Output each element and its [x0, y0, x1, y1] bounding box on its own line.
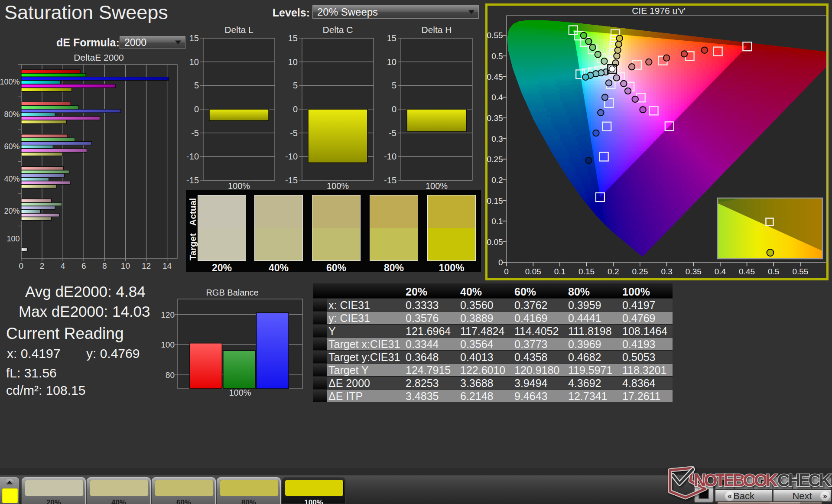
- svg-text:0: 0: [194, 104, 199, 114]
- svg-text:RGB Balance: RGB Balance: [206, 288, 258, 297]
- svg-text:0.3: 0.3: [491, 134, 503, 143]
- svg-text:0: 0: [293, 104, 298, 114]
- svg-text:0.3: 0.3: [661, 267, 672, 276]
- svg-text:0.55: 0.55: [792, 267, 808, 276]
- svg-text:6: 6: [81, 261, 86, 270]
- svg-text:0.5: 0.5: [491, 52, 503, 61]
- svg-text:0.15: 0.15: [578, 267, 595, 276]
- svg-text:CIE 1976 u'v': CIE 1976 u'v': [632, 6, 686, 16]
- svg-text:15: 15: [387, 33, 396, 43]
- svg-text:12: 12: [142, 261, 151, 270]
- svg-text:0.55: 0.55: [487, 31, 503, 40]
- svg-text:Delta L: Delta L: [224, 25, 254, 35]
- svg-text:0: 0: [504, 267, 509, 276]
- svg-text:60%: 60%: [4, 142, 20, 151]
- svg-text:80%: 80%: [4, 110, 20, 119]
- svg-text:5: 5: [293, 81, 298, 90]
- svg-text:0.35: 0.35: [487, 114, 503, 123]
- svg-text:-5: -5: [290, 128, 298, 138]
- svg-text:0: 0: [392, 104, 396, 114]
- svg-text:0.5: 0.5: [768, 267, 779, 276]
- svg-text:10: 10: [288, 57, 298, 67]
- svg-text:0: 0: [19, 261, 24, 270]
- svg-text:10: 10: [387, 57, 396, 67]
- svg-text:-15: -15: [384, 176, 396, 185]
- svg-text:0.05: 0.05: [487, 237, 503, 247]
- svg-text:0.15: 0.15: [487, 196, 503, 205]
- svg-text:Delta C: Delta C: [322, 25, 353, 35]
- svg-text:5: 5: [392, 81, 396, 90]
- svg-text:-10: -10: [186, 152, 199, 161]
- svg-text:20%: 20%: [4, 207, 20, 215]
- svg-text:10: 10: [121, 261, 130, 270]
- svg-text:15: 15: [189, 33, 199, 43]
- svg-text:100%: 100%: [327, 181, 349, 191]
- svg-text:10: 10: [189, 57, 199, 67]
- svg-text:5: 5: [194, 81, 199, 90]
- svg-text:0.45: 0.45: [739, 267, 755, 276]
- svg-text:-15: -15: [285, 176, 298, 185]
- svg-text:0.25: 0.25: [632, 267, 648, 276]
- svg-text:0.35: 0.35: [686, 267, 702, 276]
- svg-text:0.1: 0.1: [491, 217, 503, 226]
- svg-text:0.45: 0.45: [487, 72, 503, 81]
- svg-text:0.1: 0.1: [554, 267, 566, 276]
- svg-text:-5: -5: [389, 128, 396, 138]
- svg-text:0: 0: [498, 258, 503, 267]
- svg-text:-5: -5: [191, 128, 199, 138]
- svg-text:Delta H: Delta H: [421, 25, 452, 35]
- svg-text:15: 15: [288, 33, 298, 43]
- svg-text:100%: 100%: [229, 388, 251, 397]
- svg-text:8: 8: [102, 261, 107, 270]
- svg-text:0.2: 0.2: [491, 176, 503, 185]
- svg-text:0.4: 0.4: [715, 267, 726, 276]
- svg-text:-10: -10: [384, 152, 396, 161]
- svg-text:100%: 100%: [228, 181, 250, 191]
- svg-text:0.25: 0.25: [487, 155, 503, 164]
- svg-text:NOTEBOOK: NOTEBOOK: [694, 471, 778, 490]
- svg-text:-10: -10: [285, 152, 298, 161]
- svg-text:120: 120: [161, 310, 175, 319]
- svg-text:100%: 100%: [0, 78, 20, 86]
- svg-text:80: 80: [166, 371, 175, 380]
- svg-text:DeltaE 2000: DeltaE 2000: [74, 52, 124, 62]
- svg-text:100: 100: [161, 340, 175, 349]
- svg-text:100: 100: [6, 234, 20, 243]
- svg-text:40%: 40%: [4, 175, 20, 183]
- svg-text:14: 14: [162, 261, 172, 270]
- svg-text:CHECK: CHECK: [777, 471, 832, 490]
- svg-text:2: 2: [40, 261, 45, 270]
- svg-text:4: 4: [61, 261, 65, 270]
- svg-text:100%: 100%: [426, 181, 448, 191]
- svg-text:0.05: 0.05: [525, 267, 541, 276]
- svg-text:0.2: 0.2: [608, 267, 619, 276]
- svg-text:-15: -15: [186, 176, 199, 185]
- svg-text:0.4: 0.4: [491, 93, 503, 102]
